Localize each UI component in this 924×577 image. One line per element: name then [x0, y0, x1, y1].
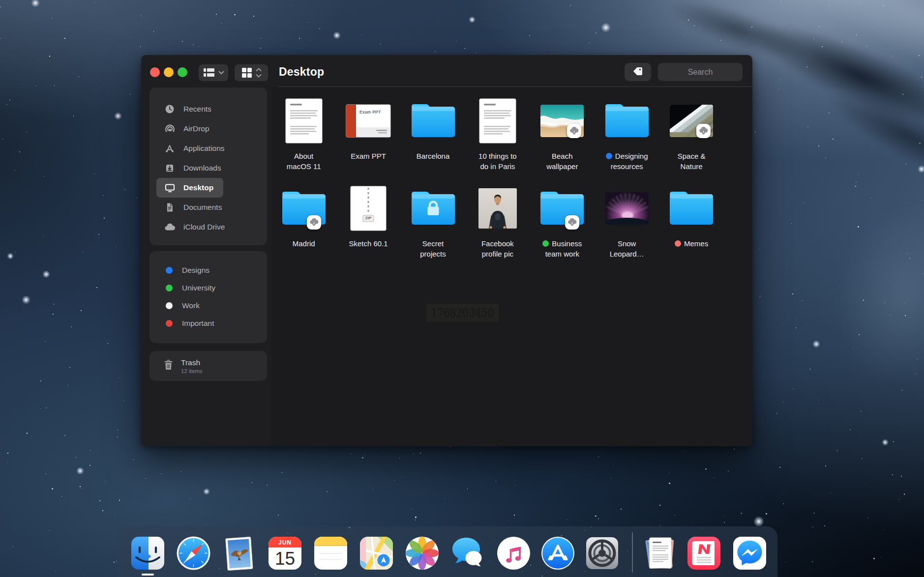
- folder-icon: [604, 103, 650, 141]
- messages-icon: [449, 535, 486, 572]
- dock: JUN 15: [118, 526, 777, 577]
- presentation-preview-title: Exam PPT: [359, 110, 381, 115]
- app-store-icon: [539, 535, 576, 572]
- file-item-barcelona[interactable]: Barcelona: [401, 99, 466, 161]
- thumbnail-portrait-icon: [478, 188, 517, 231]
- calendar-icon: JUN 15: [267, 535, 303, 572]
- file-label: 10 things todo in Paris: [465, 151, 530, 172]
- svg-text:15: 15: [275, 548, 295, 569]
- file-label: AboutmacOS 11: [271, 151, 336, 172]
- file-label: Space &Nature: [659, 151, 724, 172]
- watermark: 1768203450: [426, 304, 499, 322]
- file-label: Barcelona: [401, 151, 466, 161]
- file-label: Sketch 60.1: [336, 238, 401, 249]
- file-label: Madrid: [271, 238, 336, 249]
- dock-item-news[interactable]: [686, 535, 722, 572]
- dock-item-safari[interactable]: [175, 535, 212, 572]
- itunes-icon: [495, 535, 532, 572]
- file-tag-dot: [542, 240, 549, 247]
- file-label-line: profile pic: [482, 249, 513, 259]
- maps-icon: [358, 535, 395, 572]
- svg-text:JUN: JUN: [278, 539, 292, 546]
- file-item-space-nature[interactable]: Space &Nature: [659, 99, 724, 172]
- file-item-snow-leopard-[interactable]: SnowLeopard…: [595, 187, 659, 259]
- icloud-download-badge-icon: [696, 124, 711, 138]
- file-label: Facebookprofile pic: [465, 238, 530, 259]
- dock-item-system-preferences[interactable]: [584, 535, 621, 572]
- zip-icon: ZIP: [350, 186, 387, 233]
- file-item-beach-wallpaper[interactable]: Beachwallpaper: [530, 99, 595, 172]
- document-icon: [479, 98, 516, 145]
- folder-icon: [668, 190, 715, 229]
- file-label-line: Snow: [618, 238, 636, 249]
- thumbnail-aurora-icon: [605, 192, 649, 227]
- dock-item-preview[interactable]: [221, 535, 258, 572]
- dock-item-app-store[interactable]: [539, 535, 576, 572]
- file-item-about-macos-11[interactable]: AboutmacOS 11: [271, 99, 336, 172]
- file-label-line: Barcelona: [417, 151, 450, 161]
- file-tag-dot: [606, 153, 612, 159]
- safari-icon: [175, 535, 212, 572]
- file-label: Secretprojects: [401, 238, 466, 259]
- dock-separator: [632, 532, 633, 573]
- icloud-download-badge-icon: [307, 215, 321, 230]
- file-item-facebook-profile-pic[interactable]: Facebookprofile pic: [465, 187, 530, 259]
- file-label: Designingresources: [595, 151, 659, 172]
- file-label-line: do in Paris: [480, 161, 515, 172]
- presentation-icon: Exam PPT: [346, 104, 391, 140]
- dock-item-messages[interactable]: [449, 535, 486, 572]
- dock-item-itunes[interactable]: [495, 535, 532, 572]
- file-label-line: Facebook: [481, 238, 514, 249]
- file-label-line: Madrid: [293, 238, 315, 249]
- dock-item-documents-stack[interactable]: [641, 535, 678, 572]
- dock-item-notes[interactable]: [312, 535, 349, 572]
- file-label-line: 10 things to: [478, 151, 517, 161]
- running-app-indicator: [142, 574, 154, 576]
- document-icon: [285, 98, 323, 145]
- file-item-sketch-60-1[interactable]: ZIPSketch 60.1: [336, 187, 401, 249]
- file-label: Memes: [659, 238, 724, 249]
- dock-item-maps[interactable]: [358, 535, 395, 572]
- file-label: Beachwallpaper: [530, 151, 595, 172]
- file-label-line: Secret: [422, 238, 444, 249]
- documents-stack-icon: [641, 535, 678, 572]
- file-label-line: resources: [611, 161, 643, 172]
- zip-badge-text: ZIP: [363, 216, 374, 220]
- file-label-line: Sketch 60.1: [349, 238, 387, 249]
- folder-icon: [281, 190, 327, 229]
- file-label: SnowLeopard…: [595, 238, 659, 259]
- news-icon: [686, 535, 722, 572]
- file-item-business-team-work[interactable]: Businessteam work: [530, 187, 595, 259]
- file-label-line: Nature: [681, 161, 703, 172]
- file-label-line: team work: [545, 249, 579, 259]
- dock-item-calendar[interactable]: JUN 15: [267, 535, 303, 572]
- thumbnail-beach-icon: [540, 105, 584, 139]
- file-label-line: Memes: [684, 238, 708, 249]
- finder-window: Desktop Search RecentsAirDropApplication…: [141, 55, 752, 446]
- file-item-secret-projects[interactable]: Secretprojects: [401, 187, 466, 259]
- file-grid: AboutmacOS 11 Exam PPTExam PPT Barcelona…: [141, 55, 752, 446]
- messenger-icon: [731, 535, 768, 572]
- file-label-line: Exam PPT: [351, 151, 386, 161]
- file-label: Exam PPT: [336, 151, 401, 161]
- photos-icon: [404, 535, 441, 572]
- icloud-download-badge-icon: [565, 215, 579, 230]
- finder-icon: [129, 535, 166, 572]
- file-item-memes[interactable]: Memes: [659, 187, 724, 249]
- file-item-exam-ppt[interactable]: Exam PPTExam PPT: [336, 99, 401, 161]
- file-label-line: projects: [420, 249, 446, 259]
- file-item-madrid[interactable]: Madrid: [271, 187, 336, 249]
- file-item-designing-resources[interactable]: Designingresources: [595, 99, 659, 172]
- dock-item-finder[interactable]: [129, 535, 166, 572]
- folder-icon: [539, 190, 585, 229]
- file-label-line: macOS 11: [287, 161, 321, 172]
- file-tag-dot: [675, 240, 681, 247]
- thumbnail-earth-icon: [670, 105, 713, 139]
- folder-lock-icon: [410, 190, 456, 229]
- dock-item-messenger[interactable]: [731, 535, 768, 572]
- file-label-line: wallpaper: [546, 161, 578, 172]
- file-item-10-things-to-do-in-paris[interactable]: 10 things todo in Paris: [465, 99, 530, 172]
- file-label-line: Business: [552, 238, 582, 249]
- file-label-line: Space &: [678, 151, 706, 161]
- dock-item-photos[interactable]: [404, 535, 441, 572]
